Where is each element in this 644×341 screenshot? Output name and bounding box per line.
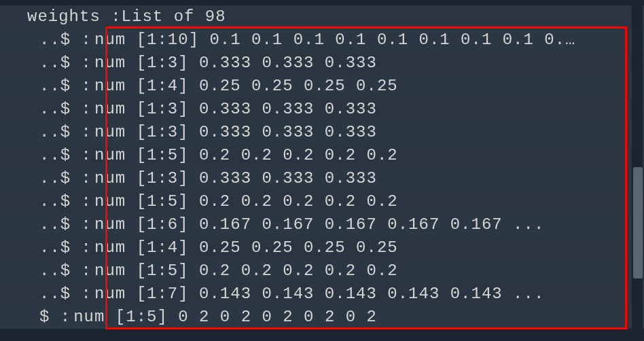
- row-prefix: ..$ :: [39, 238, 92, 257]
- row-content: num [1:10] 0.1 0.1 0.1 0.1 0.1 0.1 0.1 0…: [94, 31, 576, 49]
- list-item[interactable]: ..$ :num [1:3] 0.333 0.333 0.333: [0, 52, 644, 75]
- list-header-row[interactable]: weights :List of 98: [0, 5, 644, 29]
- row-content: num [1:5] 0 2 0 2 0 2 0 2 0 2: [73, 308, 377, 326]
- row-content: num [1:7] 0.143 0.143 0.143 0.143 0.143 …: [94, 285, 544, 303]
- row-content: num [1:4] 0.25 0.25 0.25 0.25: [94, 77, 398, 95]
- row-prefix: ..$ :: [39, 192, 92, 211]
- list-item[interactable]: ..$ :num [1:4] 0.25 0.25 0.25 0.25: [0, 75, 644, 98]
- list-item[interactable]: ..$ :num [1:4] 0.25 0.25 0.25 0.25: [0, 236, 644, 259]
- scrollbar-thumb[interactable]: [633, 167, 643, 279]
- row-content: num [1:3] 0.333 0.333 0.333: [94, 100, 377, 118]
- row-content: num [1:5] 0.2 0.2 0.2 0.2 0.2: [94, 146, 398, 164]
- row-prefix: $ :: [39, 308, 71, 326]
- list-item[interactable]: ..$ :num [1:5] 0.2 0.2 0.2 0.2 0.2: [0, 190, 644, 213]
- list-item[interactable]: ..$ :num [1:5] 0.2 0.2 0.2 0.2 0.2: [0, 259, 644, 283]
- row-content: num [1:6] 0.167 0.167 0.167 0.167 0.167 …: [94, 215, 544, 234]
- row-prefix: ..$ :: [39, 100, 92, 118]
- environment-pane: weights :List of 98 ..$ :num [1:10] 0.1 …: [0, 0, 644, 329]
- list-item[interactable]: ..$ :num [1:7] 0.143 0.143 0.143 0.143 0…: [0, 283, 644, 306]
- row-content: num [1:5] 0.2 0.2 0.2 0.2 0.2: [94, 192, 398, 211]
- row-prefix: ..$ :: [39, 262, 92, 280]
- list-item[interactable]: ..$ :num [1:5] 0.2 0.2 0.2 0.2 0.2: [0, 144, 644, 167]
- row-content: num [1:3] 0.333 0.333 0.333: [94, 169, 377, 187]
- list-item[interactable]: ..$ :num [1:6] 0.167 0.167 0.167 0.167 0…: [0, 213, 644, 236]
- row-content: num [1:4] 0.25 0.25 0.25 0.25: [94, 238, 398, 257]
- row-prefix: ..$ :: [39, 169, 92, 187]
- row-prefix: ..$ :: [39, 31, 92, 49]
- list-item[interactable]: ..$ :num [1:3] 0.333 0.333 0.333: [0, 167, 644, 190]
- row-content: num [1:3] 0.333 0.333 0.333: [94, 54, 377, 72]
- list-item[interactable]: ..$ :num [1:10] 0.1 0.1 0.1 0.1 0.1 0.1 …: [0, 29, 644, 52]
- row-content: num [1:5] 0.2 0.2 0.2 0.2 0.2: [94, 262, 398, 280]
- row-prefix: ..$ :: [39, 123, 92, 141]
- list-item[interactable]: ..$ :num [1:3] 0.333 0.333 0.333: [0, 98, 644, 121]
- row-prefix: ..$ :: [39, 54, 92, 72]
- row-content: num [1:3] 0.333 0.333 0.333: [94, 123, 377, 141]
- list-rows-container: ..$ :num [1:10] 0.1 0.1 0.1 0.1 0.1 0.1 …: [0, 29, 644, 329]
- header-text: weights :List of 98: [27, 7, 226, 26]
- list-item[interactable]: $ :num [1:5] 0 2 0 2 0 2 0 2 0 2: [0, 306, 644, 329]
- list-item[interactable]: ..$ :num [1:3] 0.333 0.333 0.333: [0, 121, 644, 144]
- row-prefix: ..$ :: [39, 146, 92, 164]
- row-prefix: ..$ :: [39, 215, 92, 234]
- row-prefix: ..$ :: [39, 77, 92, 95]
- row-prefix: ..$ :: [39, 285, 92, 303]
